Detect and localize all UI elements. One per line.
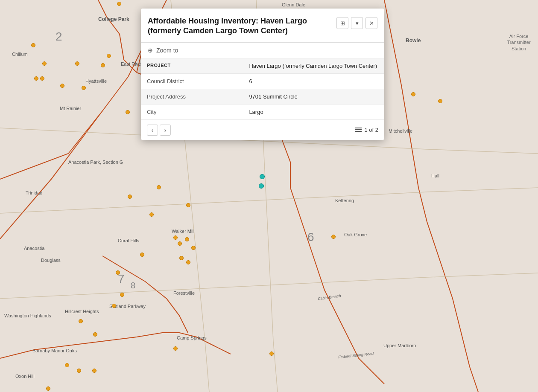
place-label: Kettering [335, 198, 354, 203]
housing-marker[interactable] [149, 212, 154, 217]
housing-marker[interactable] [77, 369, 81, 373]
housing-marker[interactable] [46, 386, 50, 391]
place-label: Upper Marlboro [383, 343, 416, 348]
place-label: Suitland Parkway [109, 304, 146, 309]
housing-marker[interactable] [173, 235, 178, 240]
housing-marker[interactable] [438, 99, 442, 103]
place-label: Anacostia [24, 246, 44, 251]
feature-popup: Affordable Housing Inventory: Haven Larg… [141, 9, 384, 140]
housing-marker[interactable] [178, 241, 182, 246]
place-label: Hillcrest Heights [65, 309, 99, 314]
housing-marker[interactable] [92, 369, 96, 373]
place-label: Barnaby Manor Oaks [32, 348, 77, 353]
housing-marker[interactable] [34, 76, 38, 81]
housing-marker[interactable] [411, 92, 415, 96]
housing-marker[interactable] [82, 86, 86, 90]
place-label: College Park [98, 16, 129, 22]
housing-marker[interactable] [126, 110, 130, 114]
housing-marker[interactable] [40, 76, 44, 81]
housing-marker[interactable] [101, 63, 105, 67]
housing-marker[interactable] [116, 270, 120, 275]
housing-marker[interactable] [75, 61, 79, 66]
place-label: Coral Hills [118, 238, 139, 243]
map-container: Glenn Dale College Park Bowie Chillum Ea… [0, 0, 538, 392]
record-count: 1 of 2 [355, 127, 378, 133]
place-label: Douglass [41, 258, 61, 263]
housing-marker[interactable] [93, 332, 97, 337]
record-count-text: 1 of 2 [364, 127, 378, 133]
housing-marker[interactable] [173, 346, 178, 351]
place-label: Walker Mill [172, 229, 194, 234]
svg-rect-0 [355, 128, 362, 128]
table-row: Project Address 9701 Summit Circle [141, 89, 384, 104]
place-label: Washington Highlands [4, 313, 51, 318]
svg-rect-1 [355, 129, 362, 130]
housing-marker[interactable] [42, 61, 47, 66]
footer-nav: ‹ › [147, 125, 171, 136]
place-label: Glenn Dale [282, 2, 305, 7]
place-label: Federal Spring Road [338, 351, 374, 360]
place-label: Anacostia Park, Section G [68, 160, 123, 165]
selected-housing-marker[interactable] [259, 183, 264, 189]
table-row: Council District 6 [141, 73, 384, 89]
zoom-icon: ⊕ [148, 47, 153, 54]
selected-housing-marker[interactable] [260, 174, 265, 179]
housing-marker[interactable] [140, 253, 144, 257]
housing-marker[interactable] [60, 84, 64, 88]
svg-rect-2 [355, 131, 362, 132]
zoom-to-row[interactable]: ⊕ Zoom to [141, 43, 384, 58]
place-label: Camp Springs [177, 335, 207, 340]
district-number-2: 2 [56, 30, 62, 44]
expand-button[interactable]: ⊞ [336, 17, 348, 29]
housing-marker[interactable] [185, 237, 189, 241]
housing-marker[interactable] [112, 304, 116, 308]
district-number-7: 7 [118, 272, 125, 286]
housing-marker[interactable] [31, 43, 35, 47]
place-label: Bowie [406, 38, 421, 44]
housing-marker[interactable] [186, 260, 190, 264]
airforce-label: Air Force Transmitter Station [502, 33, 536, 52]
table-value: Largo [243, 104, 384, 119]
table-value: Haven Largo (formerly Camden Largo Town … [243, 58, 384, 74]
popup-table: PROJECT Haven Largo (formerly Camden Lar… [141, 58, 384, 120]
housing-marker[interactable] [191, 246, 196, 250]
district-number-8: 8 [131, 281, 135, 290]
housing-marker[interactable] [186, 203, 190, 207]
next-record-button[interactable]: › [160, 125, 171, 136]
table-value: 6 [243, 73, 384, 89]
table-row: PROJECT Haven Largo (formerly Camden Lar… [141, 58, 384, 74]
housing-marker[interactable] [117, 2, 121, 6]
table-key: City [141, 104, 243, 119]
close-button[interactable]: ✕ [365, 17, 377, 29]
popup-table-wrapper: PROJECT Haven Largo (formerly Camden Lar… [141, 58, 384, 120]
popup-footer: ‹ › 1 of 2 [141, 120, 384, 140]
table-key: Project Address [141, 89, 243, 104]
prev-record-button[interactable]: ‹ [147, 125, 158, 136]
table-row: City Largo [141, 104, 384, 119]
place-label: Oxon Hill [15, 374, 35, 379]
place-label: Cabin Branch [318, 293, 341, 301]
housing-marker[interactable] [65, 363, 69, 367]
list-icon [355, 128, 362, 133]
place-label: Oak Grove [344, 232, 367, 237]
dropdown-button[interactable]: ▾ [351, 17, 363, 29]
housing-marker[interactable] [107, 54, 111, 58]
place-label: Forestville [173, 290, 195, 296]
table-key: Council District [141, 73, 243, 89]
popup-title: Affordable Housing Inventory: Haven Larg… [148, 16, 332, 36]
popup-header: Affordable Housing Inventory: Haven Larg… [141, 9, 384, 43]
housing-marker[interactable] [128, 195, 132, 199]
housing-marker[interactable] [331, 235, 336, 239]
housing-marker[interactable] [179, 256, 184, 260]
table-key: PROJECT [141, 58, 243, 74]
housing-marker[interactable] [157, 185, 161, 189]
place-label: Mitchellville [389, 128, 412, 134]
place-label: Hall [431, 173, 439, 178]
housing-marker[interactable] [269, 351, 274, 356]
popup-header-actions: ⊞ ▾ ✕ [336, 17, 377, 29]
housing-marker[interactable] [79, 319, 83, 323]
district-number-6: 6 [307, 230, 314, 244]
place-label: Trinidad [26, 190, 42, 195]
zoom-to-label: Zoom to [156, 47, 178, 54]
housing-marker[interactable] [120, 293, 124, 297]
